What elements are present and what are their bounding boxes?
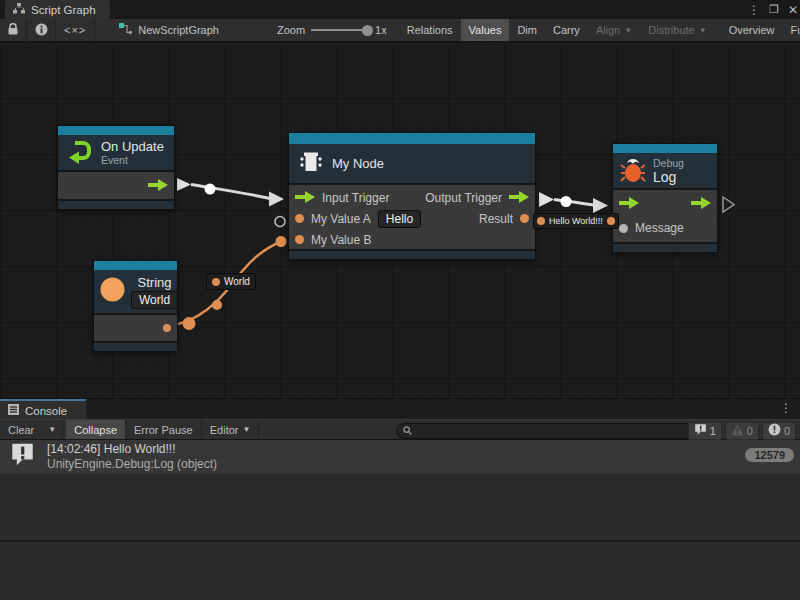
string-output-port[interactable] xyxy=(163,324,171,332)
tab-script-graph[interactable]: Script Graph xyxy=(5,0,110,19)
relations-button[interactable]: Relations xyxy=(399,19,461,41)
value-dot-icon xyxy=(537,217,545,225)
console-toolbar: Clear ▼ Collapse Error Pause Editor▼ 1 xyxy=(0,419,800,440)
on-update-event-icon xyxy=(67,138,93,168)
zoom-value: 1x xyxy=(375,24,387,36)
overview-button[interactable]: Overview xyxy=(721,19,783,41)
warning-triangle-icon xyxy=(731,424,744,438)
node-title: My Node xyxy=(332,156,384,171)
debug-bug-icon xyxy=(620,155,646,187)
info-button[interactable] xyxy=(27,19,56,41)
node-debug-log[interactable]: Debug Log Message xyxy=(612,143,718,253)
log-info-bubble-icon xyxy=(10,442,35,472)
result-port[interactable] xyxy=(520,214,529,223)
console-log-entry[interactable]: [14:02:46] Hello World!!! UnityEngine.De… xyxy=(0,440,800,474)
port-label-my-value-a: My Value A xyxy=(311,212,371,226)
zoom-control: Zoom 1x xyxy=(269,19,395,41)
error-circle-icon xyxy=(768,423,781,438)
error-pause-button[interactable]: Error Pause xyxy=(126,420,202,439)
zoom-slider[interactable] xyxy=(311,29,369,31)
clear-dropdown-button[interactable]: ▼ xyxy=(42,420,63,439)
clear-button[interactable]: Clear xyxy=(0,420,42,439)
log-collapse-count-badge: 12579 xyxy=(745,448,794,462)
port-label-my-value-b: My Value B xyxy=(311,233,371,247)
error-count: 0 xyxy=(784,425,790,437)
console-search[interactable] xyxy=(396,423,702,439)
node-footer xyxy=(94,341,177,351)
window-menu-kebab-icon[interactable]: ⋮ xyxy=(748,3,760,17)
warning-count-toggle[interactable]: 0 xyxy=(725,422,759,440)
node-subtitle: Event xyxy=(101,154,164,166)
align-button[interactable]: Align▼ xyxy=(588,19,640,41)
graph-canvas[interactable]: On Update Event My Node xyxy=(0,42,800,398)
window-close-icon[interactable]: ✕ xyxy=(788,3,798,17)
values-button[interactable]: Values xyxy=(461,19,510,41)
window-restore-icon[interactable]: ❐ xyxy=(769,3,779,16)
warning-count: 0 xyxy=(747,425,753,437)
distribute-button[interactable]: Distribute▼ xyxy=(640,19,714,41)
embed-code-button[interactable]: <×> xyxy=(56,19,95,41)
port-label-input-trigger: Input Trigger xyxy=(322,191,389,205)
chevron-down-icon: ▼ xyxy=(48,425,56,434)
error-count-toggle[interactable]: 0 xyxy=(762,422,796,440)
tab-console[interactable]: Console xyxy=(0,399,86,420)
graph-toolbar: <×> NewScriptGraph Zoom 1x Relations Val… xyxy=(0,19,800,42)
info-icon xyxy=(35,23,48,38)
flow-input-port[interactable] xyxy=(619,195,639,213)
message-port[interactable] xyxy=(619,224,628,233)
carry-button[interactable]: Carry xyxy=(545,19,588,41)
wire-value-chip-hello-world: Hello World!!! xyxy=(533,213,619,229)
editor-dropdown-button[interactable]: Editor▼ xyxy=(202,420,260,439)
node-accent-strip xyxy=(613,144,717,153)
console-tab-bar: Console ⋮ xyxy=(0,398,800,419)
console-panel: Console ⋮ Clear ▼ Collapse Error Pause E… xyxy=(0,398,800,600)
flow-input-port[interactable] xyxy=(295,189,315,207)
info-count: 1 xyxy=(710,425,716,437)
log-message: [14:02:46] Hello World!!! xyxy=(47,441,217,457)
lock-button[interactable] xyxy=(0,19,27,41)
collapse-button[interactable]: Collapse xyxy=(66,420,126,439)
custom-unit-icon xyxy=(298,149,324,179)
value-dot-icon xyxy=(607,217,615,225)
info-bubble-icon xyxy=(694,423,707,438)
console-detail-splitter[interactable] xyxy=(0,540,800,542)
info-count-toggle[interactable]: 1 xyxy=(688,422,722,440)
chevron-down-icon: ▼ xyxy=(242,425,250,434)
port-label-result: Result xyxy=(479,212,513,226)
window-tab-bar: Script Graph ⋮ ❐ ✕ xyxy=(0,0,800,19)
port-label-output-trigger: Output Trigger xyxy=(425,191,502,205)
dim-button[interactable]: Dim xyxy=(509,19,545,41)
node-my-node[interactable]: My Node Input Trigger My Value A Hello M… xyxy=(288,132,536,260)
node-title: On Update xyxy=(101,139,164,154)
console-menu-kebab-icon[interactable]: ⋮ xyxy=(780,401,792,415)
graph-asset-icon xyxy=(119,23,132,37)
node-string-literal[interactable]: String World xyxy=(93,260,178,352)
console-list-icon xyxy=(8,404,19,417)
string-literal-icon xyxy=(99,276,126,307)
value-port-b[interactable] xyxy=(295,235,304,244)
graph-name-label: NewScriptGraph xyxy=(138,24,219,36)
node-footer xyxy=(58,199,174,209)
value-port-a[interactable] xyxy=(295,214,304,223)
zoom-label: Zoom xyxy=(277,24,305,36)
zoom-slider-handle[interactable] xyxy=(362,25,373,36)
graph-asset-button[interactable]: NewScriptGraph xyxy=(111,19,227,41)
code-icon: <×> xyxy=(64,24,86,36)
search-icon xyxy=(403,425,412,437)
graph-hierarchy-icon xyxy=(13,3,25,16)
node-on-update[interactable]: On Update Event xyxy=(57,125,175,210)
flow-output-port[interactable] xyxy=(691,195,711,213)
node-title: String xyxy=(131,275,178,290)
flow-output-port[interactable] xyxy=(148,177,168,195)
node-footer xyxy=(613,242,717,252)
node-category: Debug xyxy=(653,157,684,169)
value-dot-icon xyxy=(212,278,220,286)
tab-title: Script Graph xyxy=(31,4,96,16)
port-label-message: Message xyxy=(635,221,684,235)
flow-output-port[interactable] xyxy=(509,189,529,207)
node-footer xyxy=(289,249,535,259)
console-search-input[interactable] xyxy=(416,425,695,437)
wire-value-chip-world: World xyxy=(206,273,256,290)
string-value-field[interactable]: World xyxy=(131,291,178,309)
fullscreen-button[interactable]: Full S xyxy=(783,19,800,41)
